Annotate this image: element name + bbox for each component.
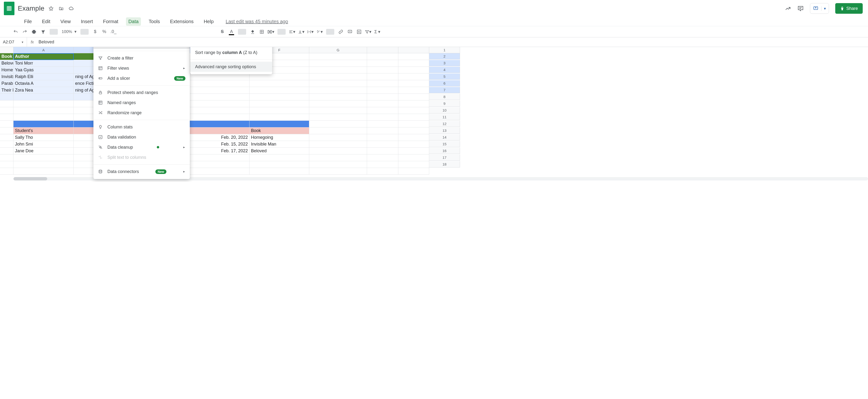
separator (277, 29, 286, 35)
trend-icon[interactable] (785, 5, 791, 11)
cell[interactable]: Author (13, 53, 74, 60)
menu-extensions[interactable]: Extensions (167, 17, 196, 26)
comments-icon[interactable] (798, 5, 804, 11)
cell[interactable] (367, 53, 398, 60)
menu-add-slicer[interactable]: Add a slicerNew (93, 73, 190, 83)
cell[interactable]: Book Titles (0, 53, 13, 60)
row-header[interactable]: 2 (429, 53, 460, 60)
cell-reference[interactable]: A2:D7▼ (0, 37, 27, 47)
menu-column-stats[interactable]: Column stats (93, 122, 190, 132)
cloud-status-icon[interactable] (68, 5, 74, 11)
format-currency[interactable]: $ (91, 28, 99, 36)
text-color-icon[interactable]: A (227, 28, 236, 36)
share-button[interactable]: Share (835, 3, 863, 14)
menu-named-ranges[interactable]: Named ranges (93, 98, 190, 108)
cell[interactable] (398, 53, 429, 60)
menu-data[interactable]: Data (126, 17, 141, 26)
undo-icon[interactable] (11, 28, 20, 36)
menu-help[interactable]: Help (202, 17, 216, 26)
menu-sort-za[interactable]: Sort range by column A (Z to A) (190, 48, 272, 58)
cell[interactable]: Octavia A (13, 80, 74, 87)
cell[interactable]: Book (249, 127, 309, 134)
zoom-dropdown[interactable]: 100% ▾ (60, 28, 78, 36)
formula-value[interactable]: Beloved (38, 39, 54, 44)
insert-link-icon[interactable] (337, 28, 345, 36)
row-header[interactable]: 7 (429, 87, 460, 93)
cell[interactable]: Invisible Man (0, 73, 13, 80)
decrease-decimal-icon[interactable]: .0_ (110, 28, 118, 36)
row-header[interactable]: 6 (429, 80, 460, 87)
menu-format[interactable]: Format (101, 17, 121, 26)
cell[interactable]: Home Going (0, 67, 13, 73)
cell[interactable]: Their Eyes Were Watching God (0, 87, 13, 94)
paint-format-icon[interactable] (39, 28, 47, 36)
menu-view[interactable]: View (58, 17, 73, 26)
insert-comment-icon[interactable] (346, 28, 354, 36)
insert-chart-icon[interactable] (355, 28, 363, 36)
cell[interactable]: Student's (13, 127, 74, 134)
row-header[interactable]: 3 (429, 60, 460, 66)
menu-file[interactable]: File (22, 17, 34, 26)
menu-edit[interactable]: Edit (39, 17, 53, 26)
format-percent[interactable]: % (100, 28, 108, 36)
document-title[interactable]: Example (18, 5, 44, 12)
horizontal-align-icon[interactable]: ▾ (288, 28, 296, 36)
filter-icon (98, 56, 103, 60)
menu-advanced-sort[interactable]: Advanced range sorting options (190, 62, 272, 72)
menu-insert[interactable]: Insert (79, 17, 95, 26)
svg-rect-6 (99, 78, 102, 79)
merge-cells-icon[interactable]: ▾ (267, 28, 275, 36)
move-icon[interactable] (58, 5, 64, 11)
spreadsheet[interactable]: A B C D E F G 1 Book Titles Author 2 Bel… (0, 47, 868, 182)
menu-data-validation[interactable]: Data validation (93, 132, 190, 142)
formula-bar: A2:D7▼ fx Beloved (0, 37, 868, 47)
last-edit-link[interactable]: Last edit was 45 minutes ago (226, 19, 288, 24)
cell[interactable]: Beloved (0, 60, 13, 67)
menu-data-cleanup[interactable]: Data cleanup (93, 142, 190, 152)
text-wrap-icon[interactable]: ▾ (306, 28, 314, 36)
app-chrome: Example ▾ Share File Edit V (0, 0, 868, 26)
menu-data-connectors[interactable]: Data connectorsNew (93, 166, 190, 177)
row-header[interactable]: 4 (429, 67, 460, 73)
functions-icon[interactable]: Σ ▾ (373, 28, 381, 36)
cell[interactable]: Toni Morr (13, 60, 74, 67)
present-button[interactable]: ▾ (810, 3, 829, 14)
row-header[interactable]: 5 (429, 73, 460, 80)
sheets-logo[interactable] (4, 2, 14, 15)
svg-point-10 (99, 170, 102, 171)
database-icon (98, 170, 103, 174)
redo-icon[interactable] (21, 28, 29, 36)
menu-split-text[interactable]: Split text to columns (93, 152, 190, 162)
strikethrough-icon[interactable]: S (218, 28, 226, 36)
named-ranges-icon (98, 100, 103, 105)
cell[interactable]: Ralph Elli (13, 73, 74, 80)
col-header-g[interactable]: G (309, 47, 367, 53)
borders-icon[interactable] (258, 28, 266, 36)
menu-tools[interactable]: Tools (146, 17, 162, 26)
cell[interactable]: Zora Nea (13, 87, 74, 94)
sort-range-submenu: Sort range by column A (A to Z) Sort ran… (190, 47, 272, 74)
cell[interactable]: Parable of the Sower (0, 80, 13, 87)
caret-down-icon[interactable]: ▾ (821, 6, 826, 11)
menu-sort-range[interactable]: Sort range (93, 47, 190, 49)
toolbar: 100% ▾ $ % .0_ S A ▾ ▾ ▾ ▾ ▾ ▾ Σ ▾ (0, 26, 868, 37)
col-header-extra[interactable] (398, 47, 429, 53)
cell[interactable] (309, 53, 367, 60)
menu-create-filter[interactable]: Create a filter (93, 53, 190, 63)
cell[interactable]: Yaa Gyas (13, 67, 74, 73)
menu-protect[interactable]: Protect sheets and ranges (93, 88, 190, 98)
menu-randomize[interactable]: Randomize range (93, 108, 190, 118)
vertical-align-icon[interactable]: ▾ (297, 28, 305, 36)
text-rotation-icon[interactable]: ▾ (315, 28, 324, 36)
separator (238, 29, 246, 35)
fill-color-icon[interactable] (249, 28, 257, 36)
star-icon[interactable] (48, 5, 54, 11)
menu-filter-views[interactable]: Filter views (93, 63, 190, 73)
row-header[interactable]: 1 (429, 47, 460, 53)
status-dot (157, 146, 159, 148)
col-header-extra[interactable] (367, 47, 398, 53)
col-header-a[interactable]: A (13, 47, 74, 53)
select-all-corner[interactable] (0, 47, 13, 53)
print-icon[interactable] (30, 28, 38, 36)
filter-icon[interactable]: ▾ (364, 28, 372, 36)
